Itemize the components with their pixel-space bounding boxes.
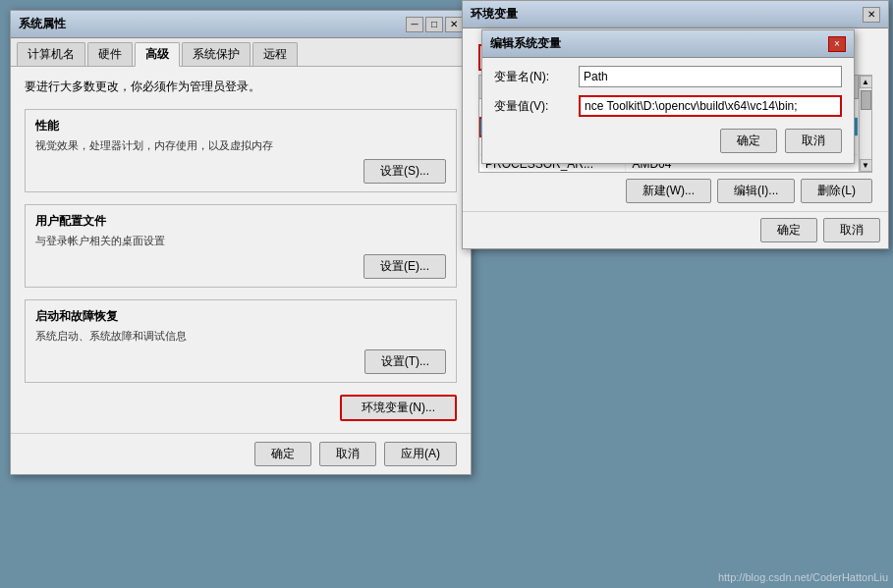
user-profile-group: 用户配置文件 与登录帐户相关的桌面设置 设置(E)... [25,204,457,288]
performance-btn-row: 设置(S)... [35,159,446,184]
admin-notice: 要进行大多数更改，你必须作为管理员登录。 [25,79,457,95]
win-controls: ─ □ ✕ [406,17,463,32]
tab-sys-protection[interactable]: 系统保护 [182,42,251,66]
edit-dialog-title: 编辑系统变量 [490,35,561,52]
sys-content: 要进行大多数更改，你必须作为管理员登录。 性能 视觉效果，处理器计划，内存使用，… [11,67,471,433]
env-vars-title: 环境变量 [471,6,518,23]
var-name-input[interactable] [579,66,842,87]
watermark: http://blog.csdn.net/CoderHattonLiu [718,571,888,583]
sys-bottom-btn-row: 确定 取消 应用(A) [11,433,471,474]
edit-dialog-titlebar: 编辑系统变量 × [482,30,854,58]
tab-advanced[interactable]: 高级 [135,42,180,67]
sys-props-title: 系统属性 [19,16,66,32]
performance-title: 性能 [35,118,446,134]
scrollbar[interactable]: ▲ ▼ [859,76,871,172]
tab-hardware[interactable]: 硬件 [87,42,133,66]
edit-dialog-btn-row: 确定 取消 [482,123,854,163]
performance-desc: 视觉效果，处理器计划，内存使用，以及虚拟内存 [35,138,446,153]
var-value-row: 变量值(V): [494,95,842,117]
system-properties-window: 系统属性 ─ □ ✕ 计算机名 硬件 高级 系统保护 远程 要进行大多数更改，你… [10,10,472,475]
startup-title: 启动和故障恢复 [35,308,446,325]
env-btn-row: 环境变量(N)... [25,395,457,421]
env-vars-titlebar: 环境变量 ✕ [463,1,888,28]
edit-cancel-btn[interactable]: 取消 [785,129,842,153]
close-btn[interactable]: ✕ [445,17,463,32]
startup-group: 启动和故障恢复 系统启动、系统故障和调试信息 设置(T)... [25,299,457,383]
sys-ok-btn[interactable]: 确定 [254,442,311,466]
scroll-down-arrow[interactable]: ▼ [860,159,872,172]
user-profile-desc: 与登录帐户相关的桌面设置 [35,234,446,248]
env-win-controls: ✕ [863,7,880,23]
edit-dialog-close-btn[interactable]: × [828,36,846,52]
new-var-btn[interactable]: 新建(W)... [626,179,711,203]
close-icon: × [834,38,840,49]
var-name-row: 变量名(N): [494,66,842,87]
env-ok-btn[interactable]: 确定 [760,218,817,242]
maximize-btn[interactable]: □ [425,17,443,32]
user-profile-settings-btn[interactable]: 设置(E)... [363,254,446,279]
sys-cancel-btn[interactable]: 取消 [319,442,376,466]
performance-group: 性能 视觉效果，处理器计划，内存使用，以及虚拟内存 设置(S)... [25,109,457,192]
env-vars-btn[interactable]: 环境变量(N)... [340,395,457,421]
sys-apply-btn[interactable]: 应用(A) [384,442,457,466]
minimize-btn[interactable]: ─ [406,17,423,32]
scroll-thumb[interactable] [861,90,871,110]
user-profile-btn-row: 设置(E)... [35,254,446,279]
delete-var-btn[interactable]: 删除(L) [801,179,872,203]
var-value-label: 变量值(V): [494,98,573,115]
edit-sys-var-dialog: 编辑系统变量 × 变量名(N): 变量值(V): 确定 取消 [481,29,855,164]
tab-computer-name[interactable]: 计算机名 [17,42,85,66]
performance-settings-btn[interactable]: 设置(S)... [363,159,446,184]
startup-settings-btn[interactable]: 设置(T)... [364,349,446,374]
env-cancel-btn[interactable]: 取消 [823,218,880,242]
scroll-up-arrow[interactable]: ▲ [860,76,872,88]
startup-desc: 系统启动、系统故障和调试信息 [35,329,446,344]
sys-vars-btn-row: 新建(W)... 编辑(I)... 删除(L) [471,173,880,209]
user-profile-title: 用户配置文件 [35,213,446,230]
tabs-bar: 计算机名 硬件 高级 系统保护 远程 [11,38,471,67]
var-name-label: 变量名(N): [494,69,573,85]
var-value-input[interactable] [579,95,842,117]
env-close-btn[interactable]: ✕ [863,7,880,23]
sys-props-titlebar: 系统属性 ─ □ ✕ [11,11,471,38]
startup-btn-row: 设置(T)... [35,349,446,374]
edit-dialog-controls: × [828,36,846,52]
tab-remote[interactable]: 远程 [252,42,298,66]
env-confirm-btn-row: 确定 取消 [463,211,888,248]
edit-var-btn[interactable]: 编辑(I)... [717,179,795,203]
edit-ok-btn[interactable]: 确定 [720,129,777,153]
